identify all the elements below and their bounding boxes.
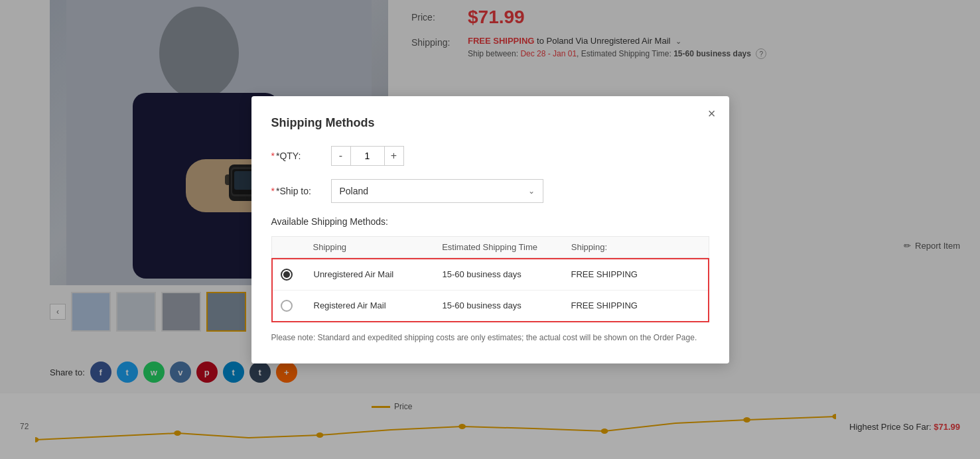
- qty-required-star: *: [271, 151, 275, 161]
- modal-title: Shipping Methods: [271, 116, 709, 130]
- qty-minus-button[interactable]: -: [331, 146, 351, 166]
- ship-to-value: Poland: [340, 186, 369, 196]
- shipping-note: Please note: Standard and expedited ship…: [271, 332, 709, 344]
- th-estimated-time: Estimated Shipping Time: [442, 242, 571, 252]
- qty-input[interactable]: [351, 146, 384, 166]
- radio-unregistered[interactable]: [281, 269, 293, 281]
- shipping-method-row-1[interactable]: Unregistered Air Mail 15-60 business day…: [273, 259, 708, 291]
- ship-to-dropdown[interactable]: Poland ⌄: [331, 179, 543, 203]
- shipping-method-row-2[interactable]: Registered Air Mail 15-60 business days …: [273, 291, 708, 321]
- method-name-2: Registered Air Mail: [314, 300, 443, 310]
- shipping-methods-table: Unregistered Air Mail 15-60 business day…: [271, 258, 709, 322]
- method-name-1: Unregistered Air Mail: [314, 269, 443, 279]
- th-cost: Shipping:: [571, 242, 701, 252]
- radio-inner: [283, 271, 290, 278]
- ship-to-label: **Ship to:: [271, 186, 331, 196]
- qty-row: **QTY: - +: [271, 146, 709, 166]
- modal-overlay: Shipping Methods × **QTY: - + **Ship to:…: [0, 0, 980, 459]
- qty-plus-button[interactable]: +: [384, 146, 404, 166]
- th-shipping: Shipping: [313, 242, 443, 252]
- table-header: Shipping Estimated Shipping Time Shippin…: [271, 236, 709, 258]
- shipping-methods-modal: Shipping Methods × **QTY: - + **Ship to:…: [251, 96, 729, 363]
- ship-to-required-star: *: [271, 186, 275, 196]
- radio-registered[interactable]: [281, 300, 293, 312]
- method-time-2: 15-60 business days: [443, 300, 571, 310]
- select-chevron-icon: ⌄: [528, 186, 535, 196]
- th-radio: [280, 242, 313, 252]
- qty-label: **QTY:: [271, 151, 331, 161]
- method-time-1: 15-60 business days: [443, 269, 571, 279]
- method-cost-2: FREE SHIPPING: [571, 300, 700, 310]
- qty-stepper: - +: [331, 146, 404, 166]
- methods-label: Available Shipping Methods:: [271, 216, 709, 227]
- method-cost-1: FREE SHIPPING: [571, 269, 700, 279]
- modal-close-button[interactable]: ×: [708, 107, 716, 120]
- ship-to-row: **Ship to: Poland ⌄: [271, 179, 709, 203]
